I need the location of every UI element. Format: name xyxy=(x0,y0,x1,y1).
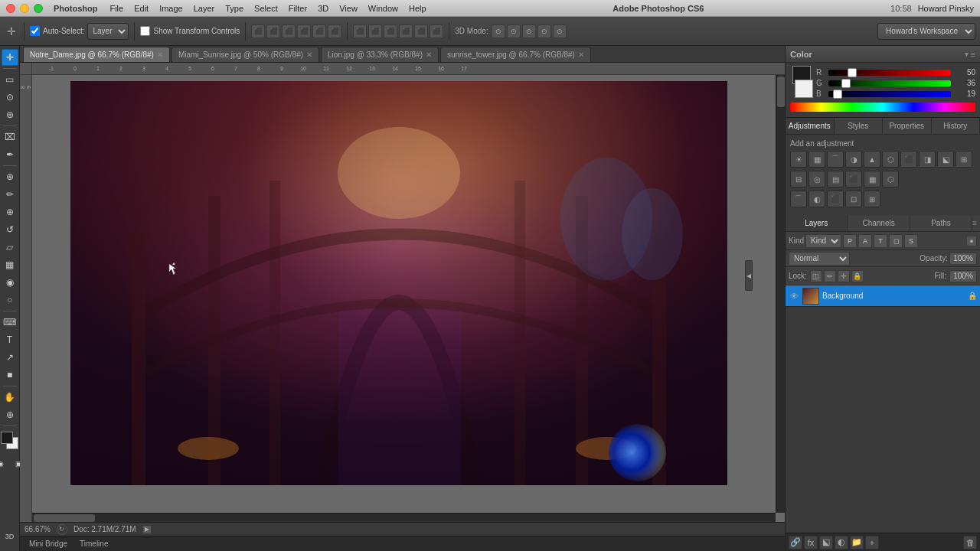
distribute-right-icon[interactable]: ⬛ xyxy=(384,24,397,38)
minimize-button[interactable] xyxy=(20,4,29,13)
distribute-left-icon[interactable]: ⬛ xyxy=(353,24,367,38)
show-transform-checkbox[interactable] xyxy=(140,26,150,36)
canvas-image-container[interactable] xyxy=(70,81,727,485)
adj-tab-history[interactable]: History xyxy=(932,118,981,134)
eraser-tool[interactable]: ▱ xyxy=(2,239,18,256)
adj-balance2[interactable]: ◐ xyxy=(808,191,825,207)
distribute-top-icon[interactable]: ⬛ xyxy=(399,24,413,38)
menu-view[interactable]: View xyxy=(339,4,358,13)
color-wells[interactable] xyxy=(1,432,19,450)
scrollbar-vertical[interactable] xyxy=(776,75,785,513)
delete-layer-btn[interactable]: 🗑 xyxy=(963,536,977,549)
type-tool[interactable]: T xyxy=(2,331,18,348)
opacity-input[interactable] xyxy=(949,253,977,265)
crop-tool[interactable]: ⌧ xyxy=(2,129,18,145)
maximize-button[interactable] xyxy=(34,4,43,13)
align-center-v-icon[interactable]: ⬛ xyxy=(266,24,280,38)
filter-adj[interactable]: A xyxy=(858,234,872,248)
history-brush-tool[interactable]: ↺ xyxy=(2,221,18,238)
adj-selective-color[interactable]: ⬡ xyxy=(882,171,899,187)
canvas-scroll-area[interactable] xyxy=(32,75,785,522)
fill-input[interactable] xyxy=(949,270,977,282)
auto-select-dropdown[interactable]: Layer Group xyxy=(87,23,129,40)
b-thumb[interactable] xyxy=(833,90,842,99)
lock-image[interactable]: ✏ xyxy=(824,270,836,282)
align-left-icon[interactable]: ⬛ xyxy=(251,24,265,38)
align-bottom-icon[interactable]: ⬛ xyxy=(328,24,341,38)
g-slider[interactable] xyxy=(828,80,951,86)
add-mask-btn[interactable]: ⬕ xyxy=(819,536,833,549)
adj-bw[interactable]: ◨ xyxy=(919,151,936,168)
blur-tool[interactable]: ◉ xyxy=(2,274,18,291)
background-swatch[interactable] xyxy=(795,80,813,98)
align-top-icon[interactable]: ⬛ xyxy=(297,24,311,38)
tab-miami[interactable]: Miami_Sunrise.jpg @ 50% (RGB/8#) ✕ xyxy=(172,47,319,62)
adj-vibrance[interactable]: ▲ xyxy=(864,151,880,168)
auto-select-checkbox[interactable] xyxy=(30,26,40,36)
adj-color-lookup[interactable]: ⊟ xyxy=(790,171,807,187)
tab-notre-dame-close[interactable]: ✕ xyxy=(157,51,163,59)
adj-custom[interactable]: ⊞ xyxy=(864,191,880,207)
menu-3d[interactable]: 3D xyxy=(318,4,328,13)
3d-slide-icon[interactable]: ⊙ xyxy=(537,24,551,38)
zoom-fit-btn[interactable]: ↻ xyxy=(57,524,67,535)
color-panel-collapse[interactable]: ▾ xyxy=(965,51,969,58)
status-arrow[interactable]: ▶ xyxy=(142,525,152,534)
lock-position[interactable]: ✛ xyxy=(838,270,850,282)
pen-tool[interactable]: ⌨ xyxy=(2,314,18,331)
add-group-btn[interactable]: 📁 xyxy=(850,536,864,549)
hand-tool[interactable]: ✋ xyxy=(2,389,18,406)
quick-select-tool[interactable]: ⊛ xyxy=(2,106,18,123)
layers-tab-layers[interactable]: Layers xyxy=(786,215,848,231)
b-slider[interactable] xyxy=(828,91,951,97)
adj-levels[interactable]: ▦ xyxy=(808,151,825,168)
add-link-btn[interactable]: 🔗 xyxy=(789,536,802,549)
layers-tab-channels[interactable]: Channels xyxy=(848,215,910,231)
scrollbar-thumb-h[interactable] xyxy=(34,514,95,522)
g-thumb[interactable] xyxy=(841,79,851,88)
adj-color-balance[interactable]: ⬛ xyxy=(900,151,917,168)
adj-tab-styles[interactable]: Styles xyxy=(835,118,884,134)
menu-window[interactable]: Window xyxy=(368,4,398,13)
distribute-bottom-icon[interactable]: ⬛ xyxy=(430,24,443,38)
close-button[interactable] xyxy=(6,4,15,13)
r-slider[interactable] xyxy=(828,70,951,76)
filter-type[interactable]: T xyxy=(874,234,887,248)
layers-options-btn[interactable]: ≡ xyxy=(972,219,977,227)
3d-tool[interactable]: 3D xyxy=(2,528,18,548)
dodge-tool[interactable]: ○ xyxy=(2,292,18,308)
tab-lion-close[interactable]: ✕ xyxy=(426,51,432,59)
filter-shape[interactable]: ◻ xyxy=(889,234,903,248)
zoom-tool[interactable]: ⊕ xyxy=(2,406,18,423)
menu-file[interactable]: File xyxy=(109,4,123,13)
add-fx-btn[interactable]: fx xyxy=(804,536,818,549)
menu-filter[interactable]: Filter xyxy=(289,4,307,13)
move-tool-icon[interactable]: ✛ xyxy=(5,24,18,38)
tab-sunrise-tower-close[interactable]: ✕ xyxy=(578,51,584,59)
menu-image[interactable]: Image xyxy=(159,4,183,13)
adj-curves[interactable]: ⌒ xyxy=(827,151,844,168)
adj-invert[interactable]: ◎ xyxy=(808,171,825,187)
blend-mode-select[interactable]: Normal Multiply Screen xyxy=(789,252,850,266)
layers-tab-paths[interactable]: Paths xyxy=(910,215,972,231)
move-tool[interactable]: ✛ xyxy=(2,49,18,66)
align-middle-icon[interactable]: ⬛ xyxy=(312,24,326,38)
layer-item-background[interactable]: 👁 Background 🔒 xyxy=(786,285,980,307)
eyedropper-tool[interactable]: ✒ xyxy=(2,146,18,163)
shape-tool[interactable]: ■ xyxy=(2,367,18,383)
timeline-tab[interactable]: Timeline xyxy=(75,538,113,549)
tab-sunrise-tower[interactable]: sunrise_tower.jpg @ 66.7% (RGB/8#) ✕ xyxy=(440,47,591,62)
3d-rotate-icon[interactable]: ⊙ xyxy=(492,24,505,38)
kind-select[interactable]: Kind xyxy=(805,234,841,248)
stamp-tool[interactable]: ⊕ xyxy=(2,204,18,220)
3d-pan-icon[interactable]: ⊙ xyxy=(522,24,536,38)
3d-roll-icon[interactable]: ⊙ xyxy=(507,24,521,38)
menu-layer[interactable]: Layer xyxy=(194,4,215,13)
layer-visibility-eye[interactable]: 👁 xyxy=(789,291,799,302)
adj-gradient-map[interactable]: ▦ xyxy=(864,171,880,187)
adj-threshold[interactable]: ⬛ xyxy=(845,171,862,187)
align-right-icon[interactable]: ⬛ xyxy=(282,24,296,38)
menu-help[interactable]: Help xyxy=(409,4,426,13)
gradient-tool[interactable]: ▦ xyxy=(2,256,18,273)
adj-hsl[interactable]: ⬡ xyxy=(882,151,899,168)
